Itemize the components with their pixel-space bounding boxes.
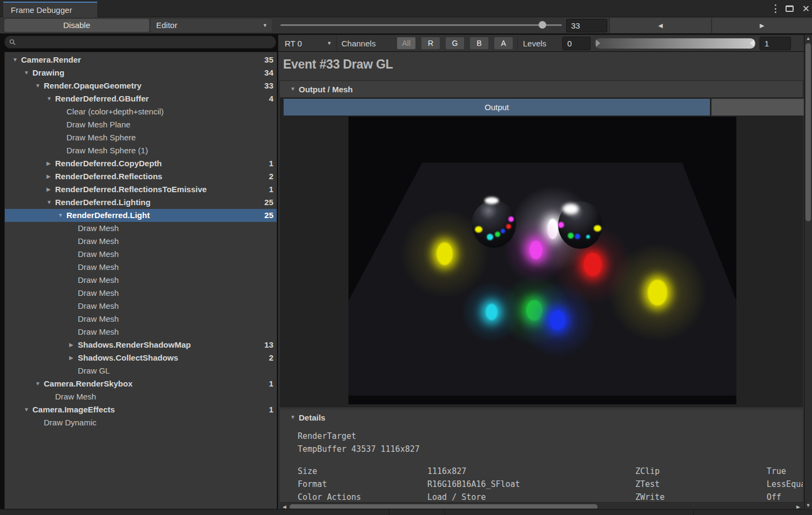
tree-row-label: RenderDeferred.Reflections (55, 172, 162, 181)
disable-button[interactable]: Disable (4, 19, 149, 32)
scroll-left-icon[interactable]: ◀ (283, 504, 286, 509)
tree-row[interactable]: Draw Mesh (5, 313, 277, 326)
levels-range-slider[interactable] (595, 38, 755, 49)
channel-r-button[interactable]: R (421, 37, 440, 49)
sphere-reflection-dot (575, 234, 580, 239)
tree-row[interactable]: ▶RenderDeferred.Reflections2 (5, 170, 277, 183)
scroll-down-icon[interactable]: ▼ (805, 503, 811, 508)
channel-g-button[interactable]: G (446, 37, 464, 49)
channel-all-button[interactable]: All (397, 37, 415, 49)
tree-row-label: Draw Mesh (55, 392, 96, 401)
render-preview[interactable] (348, 117, 736, 404)
expander-icon[interactable]: ▶ (46, 170, 55, 183)
tree-row[interactable]: ▼Drawing34 (5, 66, 277, 79)
mesh-tab[interactable] (712, 99, 804, 116)
scroll-up-icon[interactable]: ▲ (805, 36, 811, 41)
foldout-triangle-icon[interactable]: ▼ (290, 415, 296, 420)
tree-row-label: Draw GL (78, 366, 110, 375)
tree-row[interactable]: Draw Mesh (5, 390, 277, 403)
tree-row[interactable]: Draw Mesh (5, 300, 277, 313)
tree-row[interactable]: ▼Camera.Render35 (5, 53, 277, 66)
expander-icon[interactable]: ▼ (46, 92, 55, 105)
event-slider[interactable] (280, 24, 562, 26)
horizontal-scrollbar-thumb[interactable] (290, 504, 598, 509)
tree-row[interactable]: ▼Camera.RenderSkybox1 (5, 377, 277, 390)
output-mesh-header[interactable]: ▼ Output / Mesh (280, 81, 803, 98)
event-slider-handle[interactable] (539, 21, 546, 29)
expander-icon[interactable]: ▼ (58, 209, 66, 222)
event-number-field[interactable] (566, 19, 607, 32)
tree-row[interactable]: ▶RenderDeferred.CopyDepth1 (5, 157, 277, 170)
tree-row[interactable]: Draw Mesh (5, 235, 277, 248)
levels-max-field[interactable] (760, 37, 791, 50)
kebab-menu-icon[interactable] (775, 4, 777, 13)
maximize-icon[interactable] (786, 5, 794, 12)
tree-row-count: 1 (269, 157, 273, 170)
tree-row[interactable]: ▼RenderDeferred.Lighting25 (5, 196, 277, 209)
tree-row[interactable]: ▼Camera.ImageEffects1 (5, 403, 277, 416)
tree-row[interactable]: Draw Mesh (5, 222, 277, 235)
tree-row[interactable]: Draw Mesh Sphere (5, 131, 277, 144)
window-controls: ✕ (775, 0, 810, 17)
tree-row[interactable]: Draw Mesh (5, 287, 277, 300)
foldout-triangle-icon[interactable]: ▼ (290, 86, 296, 92)
tree-row[interactable]: Clear (color+depth+stencil) (5, 105, 277, 118)
output-tab[interactable]: Output (284, 99, 710, 116)
sphere-reflection-dot (475, 226, 482, 233)
expander-icon[interactable]: ▼ (35, 377, 44, 390)
tree-row[interactable]: Draw Mesh (5, 274, 277, 287)
close-icon[interactable]: ✕ (802, 4, 810, 13)
tree-row-label: Draw Mesh (78, 223, 119, 233)
levels-max-handle[interactable] (750, 39, 754, 47)
tree-row[interactable]: Draw Mesh (5, 326, 277, 338)
expander-icon[interactable]: ▶ (46, 183, 55, 196)
prev-event-button[interactable]: ◀ (609, 18, 711, 33)
scroll-right-icon[interactable]: ▶ (796, 504, 800, 509)
tree-row[interactable]: Draw Mesh (5, 261, 277, 274)
tree-row[interactable]: ▶RenderDeferred.ReflectionsToEmissive1 (5, 183, 277, 196)
sphere-reflection-dot (568, 233, 574, 239)
vertical-scrollbar-thumb[interactable] (806, 43, 811, 221)
divider (445, 510, 445, 515)
levels-min-field[interactable] (562, 37, 590, 50)
horizontal-scrollbar[interactable]: ◀ ▶ (280, 502, 803, 509)
channel-a-button[interactable]: A (494, 37, 513, 49)
expander-icon[interactable]: ▶ (69, 351, 78, 364)
expander-icon[interactable]: ▼ (46, 196, 55, 209)
details-k1: Format (298, 478, 327, 491)
tree-row[interactable]: Draw Mesh Sphere (1) (5, 144, 277, 157)
expander-icon[interactable]: ▼ (35, 79, 44, 92)
tree-row-count: 13 (264, 338, 273, 351)
tree-row[interactable]: Draw Mesh (5, 248, 277, 261)
expander-icon[interactable]: ▼ (24, 66, 32, 79)
search-box[interactable] (4, 36, 276, 49)
expander-icon[interactable]: ▼ (24, 403, 32, 416)
expander-icon[interactable]: ▶ (46, 157, 55, 170)
tree-row[interactable]: ▶Shadows.RenderShadowMap13 (5, 338, 277, 351)
next-event-button[interactable]: ▶ (712, 18, 812, 33)
tree-row[interactable]: Draw GL (5, 364, 277, 377)
levels-min-handle[interactable] (596, 39, 600, 47)
tree-row-count: 2 (269, 351, 273, 364)
tree-row-label: Camera.ImageEffects (32, 405, 115, 414)
tree-row[interactable]: ▶Shadows.CollectShadows2 (5, 351, 277, 364)
tree-row[interactable]: ▼RenderDeferred.Light25 (5, 209, 277, 222)
vertical-scrollbar[interactable]: ▲ ▼ (804, 35, 812, 509)
event-detail-panel: Event #33 Draw GL ▼ Output / Mesh Output… (278, 52, 804, 509)
tree-row-label: Draw Mesh (78, 262, 119, 272)
channel-b-button[interactable]: B (470, 37, 488, 49)
render-target-dropdown[interactable]: RT 0 ▼ (280, 37, 336, 50)
yellow-light-left (437, 242, 453, 265)
details-header[interactable]: ▼ Details (280, 409, 803, 426)
tree-row[interactable]: Draw Mesh Plane (5, 118, 277, 131)
tree-row[interactable]: Draw Dynamic (5, 416, 277, 429)
editor-dropdown[interactable]: Editor ▼ (151, 19, 272, 32)
expander-icon[interactable]: ▼ (12, 53, 21, 66)
tree-row-count: 33 (264, 79, 273, 92)
tree-row[interactable]: ▼RenderDeferred.GBuffer4 (5, 92, 277, 105)
expander-icon[interactable]: ▶ (69, 338, 78, 351)
search-input[interactable] (16, 38, 276, 46)
tree-row-label: Draw Mesh Sphere (1) (66, 146, 148, 155)
frame-debugger-tab[interactable]: Frame Debugger (3, 2, 97, 17)
tree-row[interactable]: ▼Render.OpaqueGeometry33 (5, 79, 277, 92)
